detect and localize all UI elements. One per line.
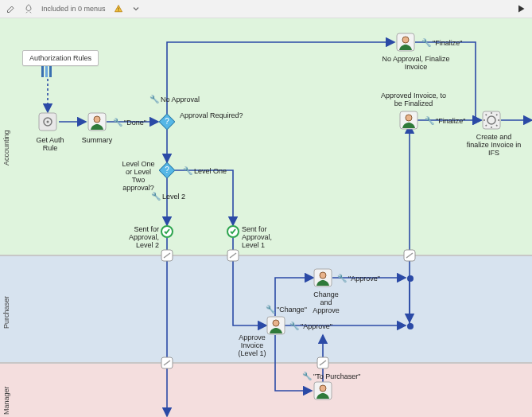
svg-point-9: [94, 116, 100, 123]
wrench-icon: 🔧: [425, 116, 434, 125]
svg-point-28: [320, 272, 326, 279]
toolbar: Included in 0 menus: [0, 0, 532, 18]
svg-point-34: [320, 385, 326, 392]
edge-label-level2: 🔧Level 2: [151, 192, 185, 201]
lane-crossing-icon: [161, 249, 173, 262]
svg-point-7: [47, 121, 49, 123]
edge-label: Approval Required?: [180, 111, 243, 119]
svg-rect-4: [49, 66, 52, 77]
wrench-icon: 🔧: [150, 95, 159, 103]
task-create-finalize[interactable]: [482, 111, 501, 130]
edge-label-done: 🔧"Done": [113, 118, 146, 127]
task-no-approval-finalize[interactable]: [396, 33, 415, 52]
edge-label-finalize: 🔧"Finalize": [421, 38, 462, 47]
svg-text:?: ?: [165, 166, 169, 174]
edge-label-approve: 🔧"Approve": [337, 274, 380, 283]
task-summary[interactable]: [87, 112, 107, 131]
edge-label-approve: 🔧"Approve": [289, 322, 332, 330]
lane-crossing-icon: [403, 249, 416, 262]
menus-text[interactable]: Included in 0 menus: [41, 5, 106, 13]
edge-label: Level One or LevelTwo approval?: [119, 160, 157, 192]
lane-crossing-icon: [316, 357, 329, 369]
diagram-canvas[interactable]: Accounting Purchaser Manager: [0, 18, 532, 417]
event-label: Sent for Approval,Level 1: [242, 225, 297, 249]
warning-icon: [114, 4, 123, 14]
svg-point-22: [402, 37, 409, 43]
wrench-icon: 🔧: [151, 192, 161, 201]
edge-label-level-one: 🔧Level One: [183, 166, 227, 175]
caret-down-icon[interactable]: [131, 4, 141, 14]
task-get-auth-rule[interactable]: [38, 112, 57, 131]
event-label: Sent for Approval,Level 2: [110, 225, 159, 249]
event-sent-l2[interactable]: [161, 225, 173, 238]
lane-crossing-icon: [227, 249, 239, 262]
play-icon[interactable]: [516, 4, 526, 14]
task-label: No Approval, FinalizeInvoice: [380, 55, 452, 71]
svg-text:?: ?: [165, 117, 169, 126]
task-label: Changeand Approve: [306, 290, 346, 314]
lane-crossing-icon: [161, 357, 173, 369]
gateway-approval-required[interactable]: ?: [159, 114, 175, 130]
svg-point-31: [407, 275, 414, 282]
wrench-icon: 🔧: [266, 305, 275, 314]
wrench-icon: 🔧: [183, 166, 192, 175]
svg-rect-0: [118, 8, 118, 10]
svg-rect-3: [45, 66, 48, 77]
svg-rect-2: [41, 66, 44, 77]
task-label: Get Auth Rule: [29, 136, 72, 152]
task-to-purchaser[interactable]: [313, 381, 332, 400]
wrench-icon: 🔧: [113, 118, 122, 127]
data-object-icon: [40, 64, 56, 79]
wrench-icon: 🔧: [337, 274, 347, 283]
svg-rect-1: [118, 10, 118, 11]
task-label: ApproveInvoice(Level 1): [235, 333, 269, 357]
event-sent-l1[interactable]: [227, 225, 239, 238]
wrench-icon: 🔧: [421, 38, 431, 47]
task-approve-l1[interactable]: [266, 316, 285, 335]
svg-point-30: [273, 320, 279, 326]
merge-node: [404, 320, 417, 333]
svg-point-24: [406, 115, 412, 121]
task-label: Create and finalize Invoice in IFS: [466, 133, 522, 157]
merge-node: [404, 272, 417, 285]
wrench-icon: 🔧: [302, 372, 312, 380]
task-change-approve[interactable]: [313, 268, 332, 287]
svg-rect-25: [483, 111, 500, 129]
gateway-level[interactable]: ?: [159, 162, 175, 178]
edge-label-finalize: 🔧"Finalize": [425, 116, 465, 125]
edge-label-change: 🔧"Change": [266, 305, 307, 314]
edge-label-to-purchaser: 🔧"To Purchaser": [302, 372, 360, 380]
task-approved-to-finalize[interactable]: [399, 111, 418, 130]
edge-label-no-approval: 🔧No Approval: [150, 95, 200, 103]
rocket-icon[interactable]: [24, 4, 33, 14]
task-label: Approved Invoice, tobe Finalized: [379, 92, 449, 107]
svg-point-32: [407, 323, 414, 329]
wrench-icon: 🔧: [289, 322, 299, 330]
annotation-auth-rules: Authorization Rules: [22, 50, 99, 66]
task-label: Summary: [81, 136, 113, 144]
pencil-icon[interactable]: [6, 4, 16, 14]
annotation-text: Authorization Rules: [29, 54, 91, 62]
